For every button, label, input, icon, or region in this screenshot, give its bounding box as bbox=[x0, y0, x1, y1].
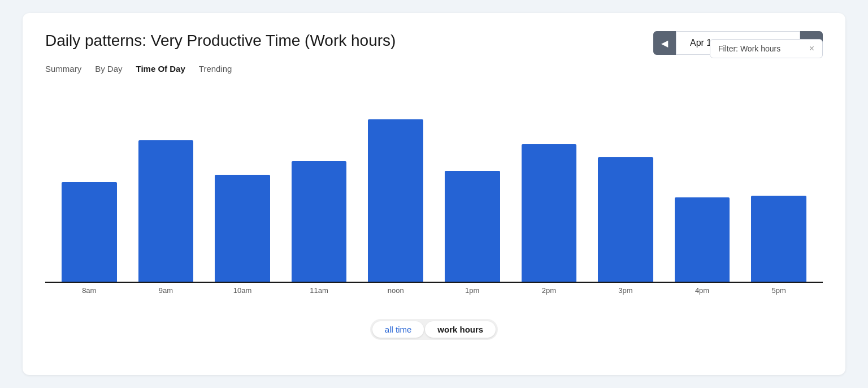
bar-noon[interactable] bbox=[368, 119, 423, 282]
chart-area: 8am9am10am11amnoon1pm2pm3pm4pm5pm bbox=[45, 90, 823, 305]
x-label-4pm: 4pm bbox=[664, 286, 741, 295]
page-title: Daily patterns: Very Productive Time (Wo… bbox=[45, 31, 396, 50]
x-label-5pm: 5pm bbox=[740, 286, 817, 295]
bar-10am[interactable] bbox=[215, 175, 270, 282]
bar-1pm[interactable] bbox=[445, 171, 500, 282]
bar-group-4pm bbox=[664, 90, 741, 282]
bar-5pm[interactable] bbox=[751, 196, 806, 282]
bar-3pm[interactable] bbox=[598, 157, 653, 282]
tab-trending[interactable]: Trending bbox=[199, 64, 232, 75]
bar-group-1pm bbox=[434, 90, 511, 282]
bar-group-9am bbox=[128, 90, 205, 282]
x-label-11am: 11am bbox=[281, 286, 358, 295]
bar-9am[interactable] bbox=[138, 140, 194, 282]
filter-chip: Filter: Work hours × bbox=[710, 39, 823, 58]
x-label-9am: 9am bbox=[128, 286, 205, 295]
bar-chart bbox=[45, 90, 823, 283]
x-label-1pm: 1pm bbox=[434, 286, 511, 295]
bar-group-5pm bbox=[740, 90, 817, 282]
main-card: Daily patterns: Very Productive Time (Wo… bbox=[23, 13, 845, 375]
x-label-2pm: 2pm bbox=[511, 286, 588, 295]
bar-2pm[interactable] bbox=[522, 144, 577, 282]
toggle-work-hours[interactable]: work hours bbox=[425, 321, 496, 338]
bar-11am[interactable] bbox=[292, 161, 347, 282]
tab-by-day[interactable]: By Day bbox=[95, 64, 122, 75]
filter-label: Filter: Work hours bbox=[718, 44, 780, 53]
bar-8am[interactable] bbox=[62, 182, 117, 282]
time-toggle: all time work hours bbox=[45, 319, 823, 340]
x-label-8am: 8am bbox=[51, 286, 128, 295]
x-label-3pm: 3pm bbox=[587, 286, 664, 295]
toggle-pill: all time work hours bbox=[370, 319, 498, 340]
tab-time-of-day[interactable]: Time Of Day bbox=[136, 64, 185, 75]
bar-group-11am bbox=[281, 90, 358, 282]
bar-4pm[interactable] bbox=[675, 197, 730, 282]
bar-group-noon bbox=[357, 90, 434, 282]
prev-date-button[interactable]: ◀ bbox=[653, 31, 676, 55]
x-label-10am: 10am bbox=[204, 286, 281, 295]
toggle-all-time[interactable]: all time bbox=[372, 321, 424, 338]
tab-summary[interactable]: Summary bbox=[45, 64, 81, 75]
bar-group-2pm bbox=[511, 90, 588, 282]
tab-bar: Summary By Day Time Of Day Trending bbox=[45, 64, 823, 75]
bar-group-3pm bbox=[587, 90, 664, 282]
filter-close-button[interactable]: × bbox=[809, 44, 814, 53]
header-row: Daily patterns: Very Productive Time (Wo… bbox=[45, 31, 823, 55]
bar-group-8am bbox=[51, 90, 128, 282]
bar-group-10am bbox=[204, 90, 281, 282]
x-axis-labels: 8am9am10am11amnoon1pm2pm3pm4pm5pm bbox=[45, 286, 823, 295]
x-label-noon: noon bbox=[357, 286, 434, 295]
